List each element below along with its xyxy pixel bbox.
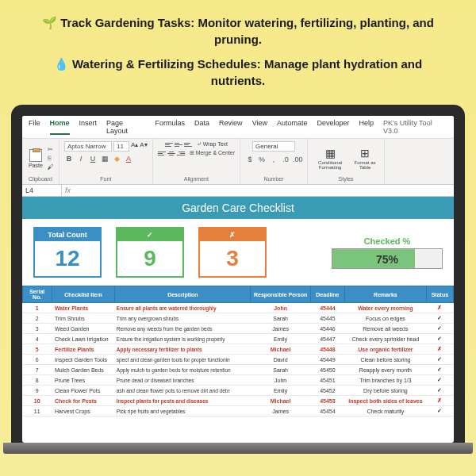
th-serial[interactable]: Serial No.: [23, 286, 52, 303]
cell-item[interactable]: Weed Garden: [52, 324, 115, 334]
table-row[interactable]: 9Clean Flower Potsash and clean flower p…: [23, 386, 454, 396]
table-row[interactable]: 3Weed GardenRemove any weeds from the ga…: [23, 324, 454, 334]
cell-desc[interactable]: spect and clean garden tools for proper …: [115, 355, 251, 365]
cell-remarks[interactable]: Trim branches by 1/3: [345, 375, 427, 386]
align-middle-icon[interactable]: [175, 141, 182, 148]
italic-button[interactable]: I: [76, 155, 86, 163]
cell-remarks[interactable]: Use organic fertilizer: [345, 344, 427, 355]
table-row[interactable]: 7Mulch Garden BedsApply mulch to garden …: [23, 365, 454, 375]
th-status[interactable]: Status: [426, 286, 453, 303]
cell-person[interactable]: John: [251, 303, 310, 313]
menu-file[interactable]: File: [29, 119, 40, 135]
table-row[interactable]: 4Check Lawn IrrigationEnsure the irrigat…: [23, 334, 454, 344]
formula-input[interactable]: [74, 185, 454, 196]
table-row[interactable]: 5Fertilize PlantsApply necessary fertili…: [23, 344, 454, 355]
cell-remarks[interactable]: Reapply every month: [345, 365, 427, 375]
cell-desc[interactable]: Apply mulch to garden beds for moisture …: [115, 365, 251, 375]
cell-deadline[interactable]: 45452: [310, 386, 344, 396]
cell-deadline[interactable]: 45445: [310, 313, 344, 324]
cell-serial[interactable]: 9: [23, 386, 52, 396]
menu-utility-tool[interactable]: PK's Utility Tool V3.0: [383, 119, 447, 135]
cell-person[interactable]: Michael: [251, 344, 310, 355]
cell-deadline[interactable]: 45447: [310, 334, 344, 344]
merge-center-button[interactable]: ⊞ Merge & Center: [190, 150, 235, 156]
menu-review[interactable]: Review: [219, 119, 243, 135]
cell-remarks[interactable]: Clean before storing: [345, 355, 427, 365]
worksheet[interactable]: Garden Care Checklist Total Count 12 ✓ 9…: [22, 197, 454, 416]
cell-remarks[interactable]: Check maturity: [345, 406, 427, 416]
cell-serial[interactable]: 8: [23, 375, 52, 386]
cell-status[interactable]: ✗: [426, 396, 453, 406]
cell-remarks[interactable]: Check every sprinkler head: [345, 334, 427, 344]
cell-deadline[interactable]: 45446: [310, 324, 344, 334]
cell-remarks[interactable]: Inspect both sides of leaves: [345, 396, 427, 406]
comma-button[interactable]: ,: [269, 155, 278, 163]
cell-status[interactable]: ✓: [426, 324, 453, 334]
table-row[interactable]: 1Water PlantsEnsure all plants are water…: [23, 303, 454, 313]
format-as-table-button[interactable]: ⊞ Format as Table: [351, 149, 379, 168]
number-format-select[interactable]: General: [252, 141, 295, 152]
cell-deadline[interactable]: 45451: [310, 375, 344, 386]
menu-help[interactable]: Help: [359, 119, 374, 135]
cell-desc[interactable]: Inspect plants for pests and diseases: [115, 396, 251, 406]
underline-button[interactable]: U: [88, 155, 98, 163]
cell-status[interactable]: ✗: [426, 303, 453, 313]
cell-person[interactable]: Emily: [251, 334, 310, 344]
cell-status[interactable]: ✓: [426, 365, 453, 375]
increase-decimal-button[interactable]: .0: [281, 155, 290, 163]
cell-deadline[interactable]: 45453: [310, 396, 344, 406]
menu-data[interactable]: Data: [194, 119, 209, 135]
th-deadline[interactable]: Deadline: [310, 286, 344, 303]
table-row[interactable]: 11Harvest CropsPick ripe fruits and vege…: [23, 406, 454, 416]
bold-button[interactable]: B: [64, 155, 74, 163]
cell-serial[interactable]: 4: [23, 334, 52, 344]
cell-serial[interactable]: 7: [23, 365, 52, 375]
cell-item[interactable]: Mulch Garden Beds: [52, 365, 115, 375]
th-desc[interactable]: Description: [115, 286, 251, 303]
percent-button[interactable]: %: [257, 155, 267, 163]
border-button[interactable]: ▦: [100, 155, 109, 163]
cell-item[interactable]: Inspect Garden Tools: [52, 355, 115, 365]
menu-home[interactable]: Home: [50, 119, 70, 135]
cell-status[interactable]: ✗: [426, 344, 453, 355]
cell-desc[interactable]: Pick ripe fruits and vegetables: [115, 406, 251, 416]
font-color-button[interactable]: A: [124, 155, 133, 163]
cell-person[interactable]: John: [251, 375, 310, 386]
align-left-icon[interactable]: [158, 150, 166, 156]
font-size-select[interactable]: 11: [113, 141, 129, 152]
cell-remarks[interactable]: Water every morning: [345, 303, 427, 313]
cell-serial[interactable]: 5: [23, 344, 52, 355]
format-painter-icon[interactable]: 🖌: [48, 163, 54, 171]
cell-status[interactable]: ✓: [426, 375, 453, 386]
cell-remarks[interactable]: Focus on edges: [345, 313, 427, 324]
cell-remarks[interactable]: Remove all weeds: [345, 324, 427, 334]
cell-status[interactable]: ✓: [426, 313, 453, 324]
cell-item[interactable]: Water Plants: [52, 303, 115, 313]
table-row[interactable]: 8Prune TreesPrune dead or diseased branc…: [23, 375, 454, 386]
align-top-icon[interactable]: [165, 141, 173, 148]
cell-serial[interactable]: 11: [23, 406, 52, 416]
align-center-icon[interactable]: [167, 150, 175, 156]
cut-icon[interactable]: ✂: [48, 146, 54, 153]
cell-person[interactable]: Emily: [251, 386, 310, 396]
cell-person[interactable]: Sarah: [251, 313, 310, 324]
cell-deadline[interactable]: 45450: [310, 365, 344, 375]
cell-desc[interactable]: Trim any overgrown shrubs: [115, 313, 251, 324]
cell-person[interactable]: Sarah: [251, 365, 310, 375]
cell-item[interactable]: Check Lawn Irrigation: [52, 334, 115, 344]
align-right-icon[interactable]: [177, 150, 185, 156]
th-person[interactable]: Responsible Person: [251, 286, 310, 303]
cell-desc[interactable]: Ensure all plants are watered thoroughly: [115, 303, 251, 313]
fx-icon[interactable]: fx: [62, 185, 74, 196]
cell-item[interactable]: Check for Pests: [52, 396, 115, 406]
cell-item[interactable]: Harvest Crops: [52, 406, 115, 416]
table-row[interactable]: 6Inspect Garden Toolsspect and clean gar…: [23, 355, 454, 365]
menu-insert[interactable]: Insert: [79, 119, 98, 135]
cell-status[interactable]: ✓: [426, 406, 453, 416]
cell-item[interactable]: Fertilize Plants: [52, 344, 115, 355]
th-item[interactable]: Checklist Item: [52, 286, 115, 303]
cell-item[interactable]: Prune Trees: [52, 375, 115, 386]
decrease-font-icon[interactable]: A▾: [140, 141, 147, 152]
paste-button[interactable]: Paste: [27, 149, 44, 168]
conditional-formatting-button[interactable]: ▦ Conditional Formatting: [313, 149, 347, 168]
